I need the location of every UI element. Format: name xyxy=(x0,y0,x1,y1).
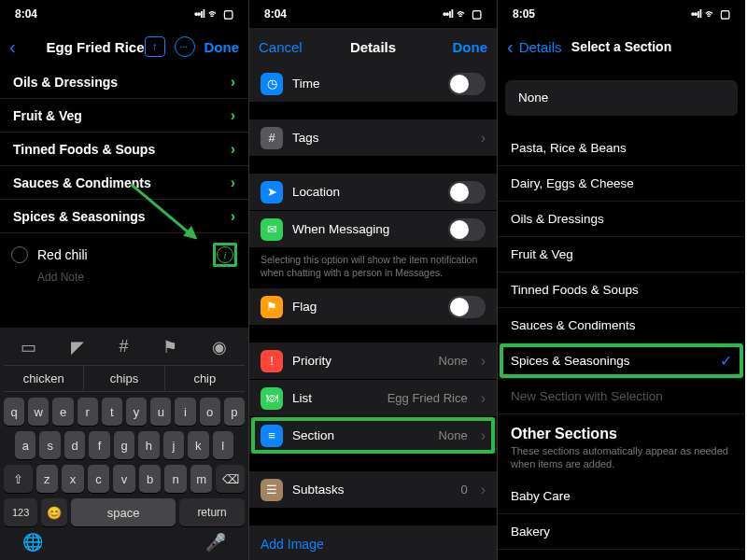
chevron-right-icon: › xyxy=(477,427,486,444)
done-button[interactable]: Done xyxy=(204,39,240,55)
signal-icon: ••ıl xyxy=(443,7,453,21)
done-button[interactable]: Done xyxy=(411,39,487,55)
keyboard-row: asdfghjkl xyxy=(4,431,245,459)
camera-icon[interactable]: ◉ xyxy=(212,337,227,357)
key[interactable]: n xyxy=(164,465,187,493)
time-toggle[interactable] xyxy=(448,73,486,95)
key[interactable]: c xyxy=(88,465,110,493)
priority-row[interactable]: ! Priority None › xyxy=(249,343,497,380)
key[interactable]: l xyxy=(213,431,233,459)
suggestion[interactable]: chips xyxy=(84,366,164,391)
flag-icon[interactable]: ⚑ xyxy=(162,337,177,357)
back-button[interactable]: ‹Details xyxy=(507,36,571,58)
section-option[interactable]: Bakery xyxy=(498,514,745,550)
calendar-icon[interactable]: ▭ xyxy=(21,337,36,357)
key[interactable]: e xyxy=(52,398,73,426)
key[interactable]: z xyxy=(36,465,59,493)
shift-key[interactable]: ⇧ xyxy=(4,465,33,493)
suggestion[interactable]: chicken xyxy=(4,366,84,391)
location-toggle[interactable] xyxy=(448,181,486,203)
section-header[interactable]: Fruit & Veg› xyxy=(0,99,248,133)
section-header[interactable]: Sauces & Condiments› xyxy=(0,166,248,200)
item-info-button[interactable]: i xyxy=(213,243,237,267)
key[interactable]: d xyxy=(64,431,85,459)
screenshot-panel-3: 8:05 ••ıl ᯤ ▢ ‹Details Select a Section … xyxy=(497,0,745,560)
other-sections-subtitle: These sections automatically appear as n… xyxy=(498,444,745,479)
key[interactable]: a xyxy=(15,431,35,459)
subtasks-row[interactable]: ☰ Subtasks 0 › xyxy=(249,471,497,509)
numbers-key[interactable]: 123 xyxy=(4,498,37,526)
key[interactable]: k xyxy=(188,431,208,459)
nav-bar: Cancel Details Done xyxy=(249,28,497,65)
flag-row[interactable]: ⚑ Flag xyxy=(249,288,497,326)
space-key[interactable]: space xyxy=(71,498,176,526)
key[interactable]: p xyxy=(224,398,245,426)
messaging-row[interactable]: ✉ When Messaging xyxy=(249,211,497,248)
more-icon[interactable]: ••• xyxy=(175,36,195,57)
new-section-option[interactable]: New Section with Selection xyxy=(498,379,745,414)
item-text-input[interactable]: Red chili xyxy=(37,247,88,262)
key[interactable]: o xyxy=(200,398,220,426)
keyboard-row: 123 😊 space return xyxy=(4,498,245,526)
emoji-key[interactable]: 😊 xyxy=(41,498,67,526)
key[interactable]: s xyxy=(39,431,60,459)
chevron-right-icon: › xyxy=(231,208,235,225)
section-option[interactable]: Fruit & Veg xyxy=(498,237,745,273)
key[interactable]: w xyxy=(28,398,49,426)
key[interactable]: f xyxy=(89,431,109,459)
key[interactable]: j xyxy=(163,431,184,459)
add-note-placeholder[interactable]: Add Note xyxy=(9,271,239,284)
section-row[interactable]: ≡ Section None › xyxy=(249,417,497,455)
key[interactable]: u xyxy=(150,398,171,426)
section-option[interactable]: Oils & Dressings xyxy=(498,202,745,237)
key[interactable]: v xyxy=(113,465,135,493)
key[interactable]: b xyxy=(139,465,162,493)
section-option[interactable]: Dairy, Eggs & Cheese xyxy=(498,166,745,202)
section-option[interactable]: Tinned Foods & Soups xyxy=(498,273,745,308)
return-key[interactable]: return xyxy=(179,498,245,526)
flag-toggle[interactable] xyxy=(448,296,486,318)
key[interactable]: q xyxy=(4,398,24,426)
hashtag-icon[interactable]: # xyxy=(119,337,128,357)
key[interactable]: h xyxy=(138,431,159,459)
section-option[interactable]: Baby Care xyxy=(498,479,745,514)
details-list: ◷ Time # Tags › ➤ Location ✉ When Messag… xyxy=(249,65,497,560)
share-icon[interactable]: ↑ xyxy=(145,36,165,57)
section-header[interactable]: Tinned Foods & Soups› xyxy=(0,133,248,166)
location-row[interactable]: ➤ Location xyxy=(249,174,497,211)
key[interactable]: g xyxy=(114,431,134,459)
messaging-toggle[interactable] xyxy=(448,218,486,241)
suggestion[interactable]: chip xyxy=(165,366,245,391)
section-header[interactable]: Spices & Seasonings› xyxy=(0,200,248,233)
keyboard-row: ⇧ zxcvbnm ⌫ xyxy=(4,465,245,493)
section-header[interactable]: Oils & Dressings› xyxy=(0,65,248,99)
keyboard-bottom: 🌐 🎤 xyxy=(4,526,245,554)
keyboard-suggestions: chicken chips chip xyxy=(4,365,245,392)
key[interactable]: r xyxy=(78,398,98,426)
key[interactable]: x xyxy=(62,465,84,493)
section-option[interactable]: Pasta, Rice & Beans xyxy=(498,131,745,166)
cancel-button[interactable]: Cancel xyxy=(259,39,335,55)
status-indicators: ••ıl ᯤ ▢ xyxy=(194,7,233,21)
item-radio[interactable] xyxy=(11,246,28,263)
add-image-button[interactable]: Add Image xyxy=(249,525,497,560)
list-row[interactable]: 🍽 List Egg Fried Rice › xyxy=(249,380,497,417)
status-bar: 8:04 ••ıl ᯤ ▢ xyxy=(249,0,497,28)
backspace-key[interactable]: ⌫ xyxy=(216,465,245,493)
section-option-selected[interactable]: Spices & Seasonings ✓ xyxy=(498,343,745,379)
key[interactable]: y xyxy=(126,398,147,426)
key[interactable]: t xyxy=(102,398,122,426)
keyboard-row: qwertyuiop xyxy=(4,398,245,426)
key[interactable]: m xyxy=(190,465,213,493)
time-row[interactable]: ◷ Time xyxy=(249,65,497,103)
location-icon[interactable]: ◤ xyxy=(71,337,84,357)
clock: 8:04 xyxy=(15,7,37,21)
section-option-none[interactable]: None xyxy=(505,80,738,116)
key[interactable]: i xyxy=(175,398,195,426)
back-button[interactable]: ‹ xyxy=(9,36,16,58)
section-option[interactable]: Sauces & Condiments xyxy=(498,308,745,343)
tags-row[interactable]: # Tags › xyxy=(249,119,497,157)
location-icon: ➤ xyxy=(261,181,283,203)
mic-key[interactable]: 🎤 xyxy=(205,532,226,553)
globe-key[interactable]: 🌐 xyxy=(22,532,43,553)
